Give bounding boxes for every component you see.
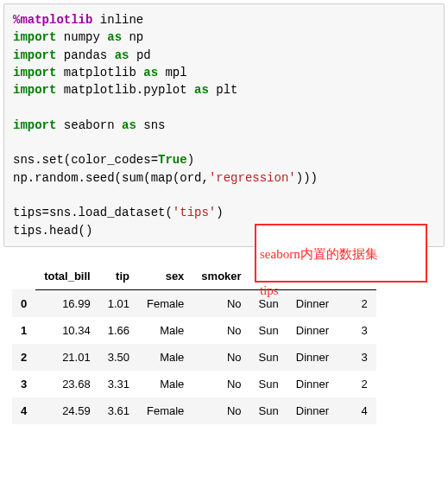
cell: No [192,397,249,424]
annotation-line1: seaborn内置的数据集 [260,247,378,261]
cell: Dinner [287,289,338,317]
magic-command: %matplotlib [13,13,92,27]
cell: 1.66 [99,317,138,344]
str-tips: 'tips' [173,206,216,219]
cell: Dinner [287,317,338,344]
alias-pd: pd [136,48,151,62]
call-head: tips.head() [13,224,92,238]
builtin-sum: sum [122,171,143,185]
assign-tips-post: ) [216,206,223,219]
row-index: 4 [12,397,35,424]
annotation-line2: tips [260,283,279,297]
row-index: 2 [12,344,35,371]
kw-import: import [13,83,56,97]
mod-pandas: pandas [64,48,107,62]
builtin-ord: ord [180,171,201,185]
alias-sns: sns [143,118,165,132]
equals: = [151,153,158,167]
col-header: sex [138,263,192,290]
cell: Female [138,397,192,424]
col-header: total_bill [35,263,98,290]
col-header: smoker [192,263,249,290]
cell: Sun [250,344,287,371]
paren-close: ) [187,153,194,167]
table-row: 3 23.68 3.31 Male No Sun Dinner 2 [12,371,376,397]
col-header: tip [99,263,138,290]
cell: 3.61 [99,397,138,424]
mod-seaborn: seaborn [64,118,115,132]
cell: No [192,371,249,397]
kw-as: as [194,83,209,97]
cell: 10.34 [35,317,98,344]
cell: Female [138,289,192,317]
table-body: 0 16.99 1.01 Female No Sun Dinner 2 1 10… [12,289,376,424]
cell: Dinner [287,344,338,371]
cell: 3.50 [99,344,138,371]
mod-pyplot: matplotlib.pyplot [64,83,187,97]
cell: 21.01 [35,344,98,371]
kw-as: as [115,48,129,62]
cell: No [192,344,249,371]
magic-arg: inline [92,13,143,27]
alias-plt: plt [216,83,237,97]
kw-as: as [122,118,136,132]
cell: No [192,317,249,344]
assign-tips-pre: tips=sns.load_dataset( [13,206,173,219]
paren-close: ) [296,171,303,185]
cell: Male [138,371,192,397]
mod-numpy: numpy [64,30,100,44]
kw-import: import [13,48,56,62]
cell: 3 [338,317,376,344]
kw-import: import [13,66,56,79]
kw-import: import [13,118,56,132]
seed-call-pre: np.random.seed( [13,171,122,185]
table-row: 0 16.99 1.01 Female No Sun Dinner 2 [12,289,376,317]
index-header [12,263,35,290]
builtin-map: map [151,171,173,185]
row-index: 0 [12,289,35,317]
cell: 4 [338,397,376,424]
cell: 16.99 [35,289,98,317]
cell: Dinner [287,371,338,397]
alias-np: np [129,30,143,44]
mod-matplotlib: matplotlib [64,66,136,79]
table-row: 1 10.34 1.66 Male No Sun Dinner 3 [12,317,376,344]
cell: Sun [250,397,287,424]
comma: , [202,171,209,185]
kw-import: import [13,30,56,44]
cell: 24.59 [35,397,98,424]
cell: 3 [338,344,376,371]
cell: Sun [250,371,287,397]
paren-open: ( [143,171,150,185]
table-row: 4 24.59 3.61 Female No Sun Dinner 4 [12,397,376,424]
seed-call-post: )) [303,171,318,185]
cell: 1.01 [99,289,138,317]
row-index: 3 [12,371,35,397]
cell: Sun [250,317,287,344]
cell: No [192,289,249,317]
str-regression: 'regression' [209,171,296,185]
kw-as: as [107,30,122,44]
kw-as: as [143,66,158,79]
cell: Dinner [287,397,338,424]
cell: Male [138,317,192,344]
sns-set-call: sns.set(color_codes [13,153,151,167]
row-index: 1 [12,317,35,344]
annotation-box: seaborn内置的数据集 tips [255,224,427,283]
alias-mpl: mpl [165,66,186,79]
bool-true: True [158,153,187,167]
cell: 2 [338,371,376,397]
code-cell: %matplotlib inline import numpy as np im… [3,3,445,247]
cell: Male [138,344,192,371]
output-table: total_bill tip sex smoker day time size … [12,263,376,424]
table-row: 2 21.01 3.50 Male No Sun Dinner 3 [12,344,376,371]
cell: 3.31 [99,371,138,397]
cell: 2 [338,289,376,317]
cell: 23.68 [35,371,98,397]
